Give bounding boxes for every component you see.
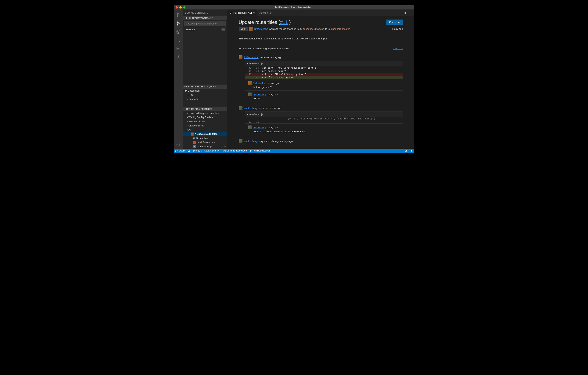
checkout-button[interactable]: Check out [387,20,403,25]
commit-row: Kenneth Auchenberg: Update route titles … [239,46,403,51]
pr-author-link[interactable]: RMacfarlane [254,27,268,30]
status-sync-icon[interactable] [188,150,190,152]
titlebar: Pull Request #11 — pullrequest-demo [174,5,414,10]
notifications-bell-icon[interactable] [410,149,413,152]
status-auto-attach[interactable]: Auto Attach: On [204,149,220,152]
pr-timestamp: a day ago [392,27,403,30]
extensions-activity-icon[interactable] [174,44,183,53]
file-decoration: ♪♪ [224,145,226,148]
chevron-right-icon: ▸ [186,116,189,118]
status-branch[interactable]: tweaks [175,149,185,152]
svg-rect-8 [177,47,178,48]
diff-line-added: 41+ title: 'Shopping Cart', [245,76,403,79]
svg-point-12 [185,90,186,90]
gh-waiting-review-item[interactable]: ▸ Waiting For My Review [183,115,227,120]
avatar-icon [248,92,252,96]
github-pr-header[interactable]: ▾ GITHUB PULL REQUESTS [183,107,227,111]
diff-line: 4040res.render('cart', { [245,69,403,73]
pr-content: Update route titles (#11 ) Check out Ope… [227,16,414,149]
pr-state-badge: Open [239,27,248,31]
commit-sha-link[interactable]: b282d10 [393,47,403,50]
gh-pr-description-item[interactable]: Description [183,136,227,140]
review-author-link[interactable]: auchenberg [244,107,257,110]
commit-message-input[interactable]: Message (press Cmd+Enter to [184,22,226,26]
svg-rect-19 [230,13,232,13]
chevron-right-icon: ▸ [186,98,189,100]
comment-author-link[interactable]: auchenberg [253,93,266,96]
changes-header[interactable]: CHANGES 0 [183,27,227,32]
pr-description: This PR updates our route titles to simp… [239,37,403,40]
gh-pr-file-favicon[interactable]: D public/favicon.ico [183,140,227,144]
svg-point-26 [176,150,176,150]
tab-pull-request[interactable]: Pull Request #11 × [227,10,257,16]
avatar-icon [239,55,242,59]
deleted-file-icon: D [193,141,196,144]
debug-activity-icon[interactable] [174,28,183,36]
review-author-link[interactable]: auchenberg [244,140,257,143]
review-card: routes/index.js @@ -11,7 +11,7 @@ router… [245,111,403,135]
close-tab-icon[interactable]: × [253,11,255,14]
inline-comment: auchenberg a day ago Looks like productI… [245,123,403,135]
pr-title: Update route titles (#11 ) [239,20,291,25]
review-action: reviewed a day ago [259,107,281,110]
svg-point-14 [186,91,187,92]
app-window: Pull Request #11 — pullrequest-demo [174,5,414,153]
svg-rect-18 [230,12,232,12]
sidebar: SOURCE CONTROL: GIT ▾ PULLREQUEST-DEMO G… [183,10,227,149]
more-actions-icon[interactable]: ··· [409,11,412,15]
tab-bar: Pull Request #11 × JS index.js ··· [227,10,414,16]
comment-author-link[interactable]: RMacfarlane [253,82,267,85]
diff-file-path: routes/index.js [245,61,403,66]
pr-files-item[interactable]: ▸ Files [183,93,227,97]
comment-author-link[interactable]: auchenberg [253,126,266,129]
status-bar: tweaks 0 0 Auto Attach: On Signed in as … [174,149,414,153]
diff-line: 1111 [245,120,403,123]
gh-pr-file-index[interactable]: M routes/index.js ♪♪ [183,144,227,149]
svg-point-33 [405,150,407,152]
svg-point-27 [176,151,176,152]
avatar-icon [248,81,252,85]
settings-gear-icon[interactable] [174,140,183,149]
list-icon [230,11,232,14]
avatar-icon [239,106,242,110]
repo-panel-header[interactable]: ▾ PULLREQUEST-DEMO GIT [183,16,227,20]
gh-assigned-item[interactable]: ▸ Assigned To Me [183,120,227,124]
review-block: auchenberg reviewed a day ago routes/ind… [239,106,403,135]
repo-sub: GIT [209,17,213,19]
svg-point-32 [251,150,252,151]
comment-body: Looks like productId isnt used. Maybe re… [253,130,400,133]
svg-point-4 [179,23,180,24]
gh-local-branches-item[interactable]: ▸ Local Pull Request Branches [183,111,227,115]
svg-point-17 [195,139,195,139]
activity-bar [174,10,183,149]
azure-activity-icon[interactable] [174,53,183,61]
gh-pr-selected-item[interactable]: ▾ * Update route titles [183,132,227,136]
pr-commits-item[interactable]: ▸ Commits [183,97,227,101]
avatar-icon [191,132,194,136]
status-problems[interactable]: 0 0 [192,149,202,152]
sidebar-title: SOURCE CONTROL: GIT [183,10,227,16]
status-pull-request[interactable]: Pull Request #11 [250,149,270,152]
inline-comment: auchenberg a day ago LGTM [245,90,403,102]
changes-count-badge: 0 [221,28,225,31]
source-control-activity-icon[interactable] [174,19,183,28]
svg-rect-10 [178,48,180,49]
changes-in-pr-header[interactable]: ▾ CHANGES IN PULL REQUEST [183,85,227,89]
review-author-link[interactable]: RMacfarlane [244,56,259,59]
split-editor-icon[interactable] [403,11,406,14]
feedback-smiley-icon[interactable] [405,149,408,152]
pr-description-item[interactable]: Description [183,89,227,93]
svg-rect-9 [177,49,178,50]
svg-point-13 [185,91,186,92]
tab-index-js[interactable]: JS index.js [257,10,274,16]
to-branch: auchenberg:master [328,27,350,30]
comment-body: Is it too generic? [253,86,400,88]
window-title: Pull Request #11 — pullrequest-demo [174,6,414,9]
pr-number-link[interactable]: #11 [280,20,288,25]
svg-point-3 [177,24,178,25]
status-signed-in[interactable]: Signed in as auchenberg [222,149,248,152]
search-activity-icon[interactable] [174,36,183,44]
explorer-activity-icon[interactable] [174,11,183,19]
gh-all-item[interactable]: ▾ All [183,128,227,132]
gh-created-item[interactable]: ▸ Created By Me [183,124,227,128]
